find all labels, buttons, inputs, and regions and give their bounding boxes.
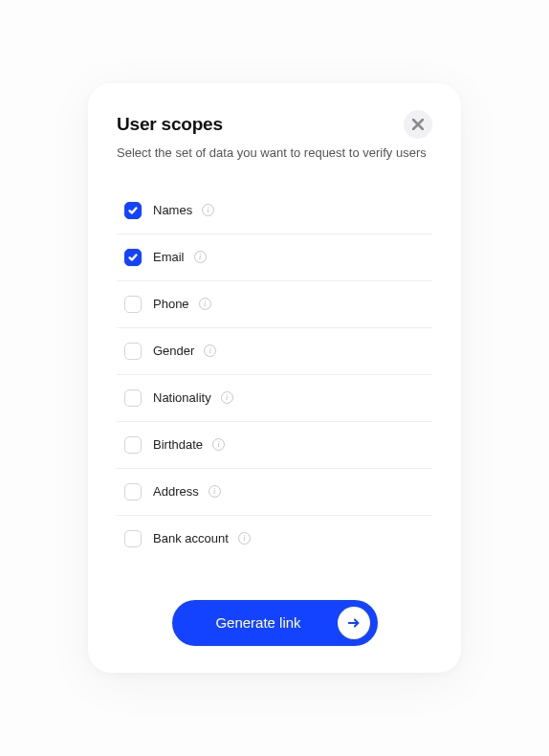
info-icon[interactable] — [209, 485, 221, 498]
generate-link-button[interactable]: Generate link — [172, 600, 378, 646]
scope-checkbox[interactable] — [124, 343, 142, 360]
info-icon[interactable] — [199, 298, 211, 310]
scope-label: Nationality — [153, 390, 211, 405]
scope-checkbox[interactable] — [124, 249, 142, 266]
scope-row: Address — [117, 469, 432, 516]
info-icon[interactable] — [238, 532, 251, 545]
scope-label: Gender — [153, 344, 194, 358]
close-icon — [412, 119, 424, 130]
scope-label: Email — [153, 250, 185, 264]
scope-checkbox[interactable] — [124, 436, 142, 454]
scope-label: Bank account — [153, 531, 229, 545]
info-icon[interactable] — [194, 251, 207, 263]
scope-row: Phone — [117, 281, 432, 328]
arrow-circle — [338, 607, 370, 639]
check-icon — [128, 206, 138, 215]
info-icon[interactable] — [204, 345, 216, 357]
scope-label: Birthdate — [153, 437, 203, 452]
generate-link-label: Generate link — [203, 614, 315, 631]
scope-checkbox[interactable] — [124, 296, 142, 313]
user-scopes-card: User scopes Select the set of data you w… — [88, 83, 461, 672]
scope-checkbox[interactable] — [124, 202, 142, 219]
info-icon[interactable] — [212, 438, 225, 451]
info-icon[interactable] — [221, 391, 233, 404]
card-footer: Generate link — [117, 600, 432, 646]
card-header: User scopes — [117, 114, 432, 139]
scope-row: Names — [117, 188, 432, 234]
scope-label: Names — [153, 203, 192, 217]
scope-checkbox[interactable] — [124, 530, 142, 547]
scopes-list: NamesEmailPhoneGenderNationalityBirthdat… — [117, 188, 432, 562]
arrow-right-icon — [347, 616, 361, 630]
card-subtitle: Select the set of data you want to reque… — [117, 145, 432, 162]
check-icon — [128, 253, 138, 262]
scope-checkbox[interactable] — [124, 389, 142, 407]
scope-checkbox[interactable] — [124, 483, 142, 500]
scope-label: Address — [153, 484, 199, 499]
card-title: User scopes — [117, 114, 223, 135]
close-button[interactable] — [404, 110, 432, 139]
scope-row: Birthdate — [117, 422, 432, 469]
info-icon[interactable] — [202, 204, 214, 216]
scope-row: Bank account — [117, 516, 432, 562]
scope-row: Email — [117, 234, 432, 281]
scope-row: Nationality — [117, 375, 432, 422]
scope-row: Gender — [117, 328, 432, 375]
scope-label: Phone — [153, 297, 189, 311]
